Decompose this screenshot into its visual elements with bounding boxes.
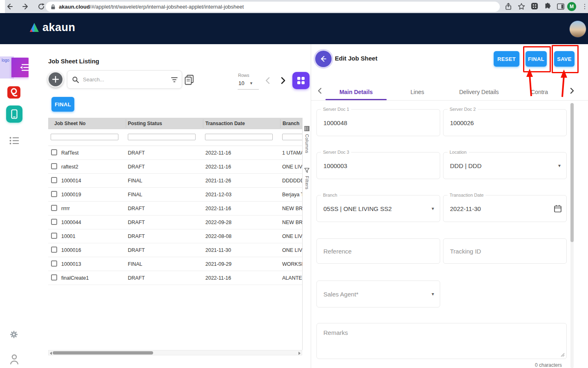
side-panel-icon[interactable] [557,3,564,10]
chevron-down-icon[interactable]: ▾ [432,291,434,297]
filters-side-tab[interactable]: Filters [303,168,311,189]
reset-button[interactable]: RESET [494,51,519,67]
mobile-applet-icon[interactable] [6,105,22,123]
row-checkbox[interactable] [51,177,57,183]
server-doc-3-field[interactable]: Server Doc 3 1000003 [316,152,440,179]
reference-input[interactable]: Reference [316,238,440,264]
table-row[interactable]: 1000019FINAL2021-12-03Berjaya Ti [48,188,302,202]
menu-collapse-icon [19,63,29,72]
remarks-textarea[interactable]: Remarks [316,323,567,359]
phone-icon [11,109,18,119]
horizontal-scrollbar[interactable] [48,350,302,355]
server-doc-2-field[interactable]: Server Doc 2 1000026 [443,109,567,136]
calendar-icon[interactable] [554,205,561,213]
bookmark-star-icon[interactable] [518,3,525,10]
cell-branch: ONE LIVIN [282,243,302,257]
tracking-id-input[interactable]: Tracking ID [443,238,567,264]
rows-per-page-select[interactable]: 10 ▾ [238,80,252,86]
table-row[interactable]: 1000016DRAFT2021-11-30ONE LIVIN [48,243,302,257]
resize-handle-icon[interactable] [561,353,565,357]
row-checkbox[interactable] [51,163,57,169]
server-doc-1-field[interactable]: Server Doc 1 1000048 [316,109,440,136]
filter-input-branch[interactable] [282,134,302,140]
vertical-scrollbar[interactable] [570,103,574,368]
row-checkbox[interactable] [51,260,57,267]
browser-back-icon[interactable] [6,3,13,10]
cell-transaction-date: 2022-11-16 [205,202,231,215]
table-row[interactable]: 1000014FINAL2021-11-26DDDDDD [48,174,302,188]
page-next-icon[interactable] [278,76,287,85]
sales-agent-placeholder: Sales Agent* [323,281,425,307]
branch-select[interactable]: Branch 05SS | ONE LIVING SS2 ▾ [316,195,440,222]
listing-title: Job Sheet Listing [48,58,99,65]
tabs-scroll-right-icon[interactable] [568,87,576,95]
tabs-scroll-left-icon[interactable] [316,87,324,95]
job-sheet-listing-panel: Job Sheet Listing Rows [29,44,311,368]
table-row[interactable]: rrrrrDRAFT2022-11-16NEW BRA [48,202,302,215]
back-button[interactable] [315,51,332,67]
browser-profile-avatar[interactable]: M [567,2,576,11]
tab-delivery-details[interactable]: Delivery Details [452,84,506,100]
chevron-down-icon[interactable]: ▾ [432,206,434,211]
gear-icon[interactable] [10,330,18,339]
horizontal-scroll-thumb[interactable] [53,351,153,355]
save-button[interactable]: SAVE [554,51,575,67]
extension-dots-icon[interactable] [531,2,538,10]
table-row[interactable]: 10001DRAFT2022-08-08ONE LIVIN [48,229,302,243]
filter-input-job-sheet-no[interactable] [51,134,118,140]
location-select[interactable]: Location DDD | DDD ▾ [443,152,567,179]
final-button[interactable]: FINAL [526,51,547,67]
cell-branch: ALANTES [282,271,302,285]
filter-input-posting-status[interactable] [128,134,196,140]
view-module-button[interactable] [292,72,310,89]
chevron-down-icon[interactable]: ▾ [558,163,561,168]
table-row[interactable]: 1000044DRAFT2022-09-28NEW BRA [48,215,302,229]
add-job-sheet-button[interactable] [47,71,64,88]
table-row[interactable]: raftest2DRAFT2022-11-16ONE LIVIN [48,160,302,174]
search-input[interactable] [82,76,171,83]
filter-list-icon[interactable] [171,77,178,83]
sales-agent-select[interactable]: Sales Agent* ▾ [316,280,440,307]
columns-side-tab[interactable]: Columns [303,126,311,153]
tab-main-details[interactable]: Main Details [325,84,387,100]
duplicate-copy-icon[interactable] [185,75,194,85]
tab-contra[interactable]: Contra [527,84,552,100]
table-row[interactable]: RafTestDRAFT2022-11-161 UTAMA [48,146,302,160]
listing-final-button[interactable]: FINAL [51,97,74,112]
browser-reload-icon[interactable] [38,3,45,10]
browser-forward-icon[interactable] [22,3,29,10]
row-checkbox[interactable] [51,149,57,155]
row-checkbox[interactable] [51,205,57,211]
browser-menu-icon[interactable]: ⋮ [581,2,588,11]
user-avatar[interactable] [569,20,586,38]
cell-job-sheet-no: raftest2 [61,160,78,173]
scroll-right-arrow[interactable] [298,352,301,355]
table-row[interactable]: finalCreate1DRAFT2022-11-16ALANTES [48,271,302,285]
url-domain: akaun.cloud [59,4,90,10]
grid-icon [297,77,305,84]
url-bar[interactable]: akaun.cloud/#/applet/tnt/wavelet/erp/int… [46,2,500,12]
row-checkbox[interactable] [51,274,57,280]
scroll-left-arrow[interactable] [50,352,52,355]
row-checkbox[interactable] [51,247,57,253]
row-checkbox[interactable] [51,233,57,239]
extensions-puzzle-icon[interactable] [544,2,551,10]
row-checkbox[interactable] [51,191,57,197]
page-previous-icon[interactable] [264,76,273,85]
server-doc-1-value: 1000048 [323,110,425,136]
brand-logo[interactable]: akaun [29,21,76,34]
cell-job-sheet-no: rrrrr [61,202,70,215]
funnel-icon [304,168,310,173]
tab-lines[interactable]: Lines [403,84,432,100]
transaction-date-field[interactable]: Transaction Date 2022-11-30 [443,195,567,222]
vertical-scroll-thumb[interactable] [570,103,574,242]
list-applet-icon[interactable] [9,137,19,145]
cell-job-sheet-no: finalCreate1 [61,271,89,285]
share-icon[interactable] [505,3,512,10]
row-checkbox[interactable] [51,219,57,225]
table-row[interactable]: 1000013FINAL2021-09-29WORKSH [48,257,302,271]
app-header: akaun [0,13,588,44]
filter-input-transaction-date[interactable] [205,134,273,140]
profile-person-icon[interactable] [10,354,19,365]
pdf-applet-icon[interactable] [7,86,21,99]
